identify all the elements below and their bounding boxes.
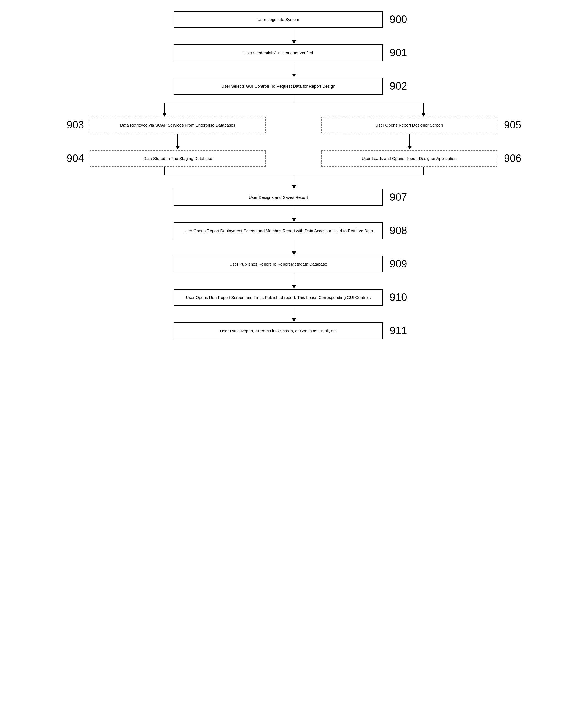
box-910-label: User Opens Run Report Screen and Finds P… [186, 295, 371, 300]
box-904-label: Data Stored In The Staging Database [143, 156, 212, 161]
arrow-908-909 [292, 239, 296, 256]
box-907-label: User Designs and Saves Report [249, 195, 308, 200]
step-label-904: 904 [59, 153, 84, 164]
box-906: User Loads and Opens Report Designer App… [321, 150, 498, 167]
split-row-903-905: 903 Data Retrieved via SOAP Services Fro… [0, 116, 588, 167]
svg-marker-10 [292, 185, 296, 189]
step-label-907: 907 [390, 191, 414, 203]
step-908-row: User Opens Report Deployment Screen and … [174, 222, 414, 239]
box-911: User Runs Report, Streams it to Screen, … [174, 322, 383, 339]
arrow-907-908 [292, 206, 296, 222]
merge-connector [90, 167, 498, 189]
box-911-label: User Runs Report, Streams it to Screen, … [220, 328, 337, 333]
step-label-902: 902 [390, 80, 414, 92]
box-907: User Designs and Saves Report [174, 189, 383, 206]
box-904: Data Stored In The Staging Database [89, 150, 266, 167]
arrow-903-904-row [59, 133, 266, 150]
box-905-label: User Opens Report Designer Screen [375, 123, 443, 127]
step-label-908: 908 [390, 225, 414, 237]
box-909: User Publishes Report To Report Metadata… [174, 256, 383, 272]
arrow-905-906 [322, 133, 498, 150]
flowchart-diagram: User Logs Into System 900 User Credentia… [0, 0, 588, 361]
step-900-row: User Logs Into System 900 [174, 11, 414, 28]
step-label-900: 900 [390, 13, 414, 25]
step-label-906: 906 [504, 153, 529, 164]
step-911-row: User Runs Report, Streams it to Screen, … [174, 322, 414, 339]
svg-marker-3 [162, 113, 167, 116]
arrow-901-902 [292, 61, 296, 78]
svg-marker-5 [421, 113, 426, 116]
arrow-905-906-row [322, 133, 528, 150]
box-902: User Selects GUI Controls To Request Dat… [174, 78, 383, 95]
left-col: 903 Data Retrieved via SOAP Services Fro… [59, 116, 266, 167]
arrow-900-901 [292, 28, 296, 44]
box-901: User Credentials/Entitlements Verified [174, 44, 383, 61]
step-label-903: 903 [59, 119, 84, 131]
box-903-label: Data Retrieved via SOAP Services From En… [120, 123, 235, 127]
arrow-903-904 [89, 133, 266, 150]
box-905: User Opens Report Designer Screen [321, 116, 498, 133]
split-svg [90, 95, 498, 116]
step-label-911: 911 [390, 325, 414, 337]
split-connector [90, 95, 498, 116]
box-906-label: User Loads and Opens Report Designer App… [362, 156, 456, 161]
box-908: User Opens Report Deployment Screen and … [174, 222, 383, 239]
arrow-909-910 [292, 272, 296, 289]
box-902-label: User Selects GUI Controls To Request Dat… [221, 84, 335, 89]
step-label-905: 905 [504, 119, 529, 131]
step-909-row: User Publishes Report To Report Metadata… [174, 256, 414, 272]
merge-svg [90, 167, 498, 189]
box-900-label: User Logs Into System [257, 17, 299, 22]
box-903: Data Retrieved via SOAP Services From En… [89, 116, 266, 133]
step-903-row: 903 Data Retrieved via SOAP Services Fro… [59, 116, 266, 133]
step-label-909: 909 [390, 258, 414, 270]
step-906-row: User Loads and Opens Report Designer App… [321, 150, 529, 167]
step-910-row: User Opens Run Report Screen and Finds P… [174, 289, 414, 306]
step-905-row: User Opens Report Designer Screen 905 [321, 116, 529, 133]
step-907-row: User Designs and Saves Report 907 [174, 189, 414, 206]
step-label-910: 910 [390, 292, 414, 303]
box-901-label: User Credentials/Entitlements Verified [244, 50, 313, 55]
right-col: User Opens Report Designer Screen 905 Us… [321, 116, 529, 167]
box-910: User Opens Run Report Screen and Finds P… [174, 289, 383, 306]
arrow-910-911 [292, 306, 296, 322]
step-904-row: 904 Data Stored In The Staging Database [59, 150, 266, 167]
box-909-label: User Publishes Report To Report Metadata… [229, 262, 327, 266]
box-908-label: User Opens Report Deployment Screen and … [184, 228, 373, 233]
step-901-row: User Credentials/Entitlements Verified 9… [174, 44, 414, 61]
step-label-901: 901 [390, 47, 414, 59]
box-900: User Logs Into System [174, 11, 383, 28]
step-902-row: User Selects GUI Controls To Request Dat… [174, 78, 414, 95]
